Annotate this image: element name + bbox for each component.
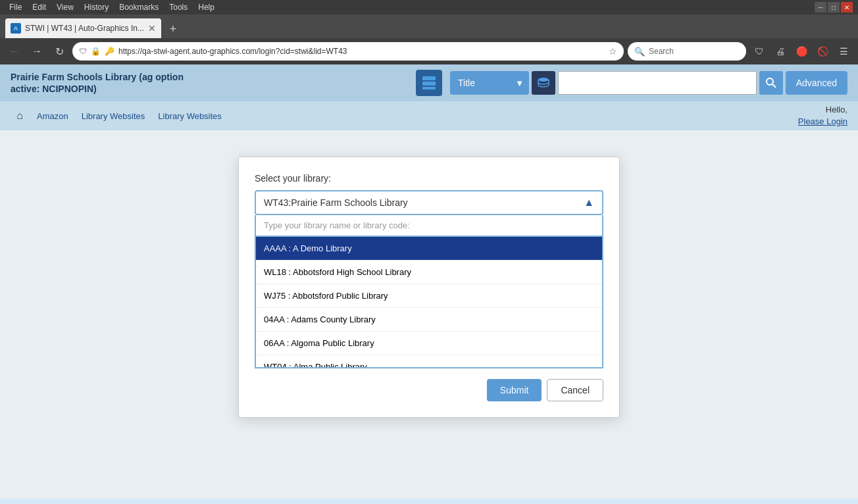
svg-rect-2 — [422, 87, 436, 89]
tab-label: STWI | WT43 | Auto-Graphics In... — [25, 24, 144, 33]
tab-bar: A STWI | WT43 | Auto-Graphics In... ✕ + — [0, 14, 858, 38]
addon-icon[interactable]: 🛑 — [792, 42, 811, 61]
menu-view[interactable]: View — [53, 1, 78, 13]
select-library-label: Select your library: — [255, 173, 603, 184]
svg-rect-0 — [422, 76, 436, 80]
submit-button[interactable]: Submit — [487, 379, 542, 401]
main-content: Select your library: WT43:Prairie Farm S… — [0, 130, 858, 499]
browser-search-wrap[interactable]: 🔍 Search — [628, 42, 746, 61]
minimize-button[interactable]: ─ — [815, 2, 826, 13]
library-select-display[interactable]: WT43:Prairie Farm Schools Library ▲ — [255, 190, 603, 215]
hello-section: Hello, Please Login — [798, 104, 847, 128]
nav-link-library-websites-1[interactable]: Library Websites — [76, 109, 151, 124]
library-dropdown-list: AAAA : A Demo Library WL18 : Abbotsford … — [255, 237, 603, 368]
new-tab-button[interactable]: + — [164, 20, 182, 38]
select-library-modal: Select your library: WT43:Prairie Farm S… — [238, 157, 620, 418]
hello-greeting: Hello, — [798, 104, 847, 116]
key-icon: 🔑 — [105, 47, 114, 56]
bookmark-star-icon[interactable]: ☆ — [609, 46, 617, 57]
search-type-select[interactable]: Title — [450, 71, 529, 95]
tab-favicon: A — [11, 23, 21, 34]
shield-toolbar-icon[interactable]: 🛡 — [750, 42, 769, 61]
menu-tools[interactable]: Tools — [165, 1, 191, 13]
svg-point-3 — [538, 78, 549, 82]
chevron-up-icon: ▲ — [584, 197, 594, 209]
browser-search-placeholder: Search — [649, 47, 674, 56]
search-type-select-wrap: Title ▼ — [450, 71, 529, 95]
nav-link-amazon[interactable]: Amazon — [32, 109, 74, 124]
library-option-wt04[interactable]: WT04 : Alma Public Library — [256, 355, 602, 368]
menu-icon[interactable]: ☰ — [834, 42, 853, 61]
block-icon[interactable]: 🚫 — [813, 42, 832, 61]
menu-history[interactable]: History — [80, 1, 113, 13]
modal-overlay: Select your library: WT43:Prairie Farm S… — [11, 157, 847, 418]
home-icon[interactable]: ⌂ — [11, 107, 29, 125]
address-bar: ← → ↻ 🛡 🔒 🔑 https://qa-stwi-agent.auto-g… — [0, 38, 858, 64]
search-input[interactable] — [558, 71, 757, 95]
window-controls: ─ □ ✕ — [815, 2, 853, 13]
tab-close-button[interactable]: ✕ — [148, 23, 156, 34]
svg-line-5 — [772, 84, 776, 88]
library-search-input[interactable] — [255, 215, 603, 237]
search-button[interactable] — [759, 71, 783, 95]
cancel-button[interactable]: Cancel — [547, 379, 603, 401]
search-icon: 🔍 — [634, 47, 645, 57]
logo-icon — [416, 70, 442, 96]
reload-button[interactable]: ↻ — [50, 42, 68, 61]
active-tab[interactable]: A STWI | WT43 | Auto-Graphics In... ✕ — [5, 18, 161, 38]
menu-file[interactable]: File — [5, 1, 26, 13]
lock-icon: 🔒 — [91, 47, 101, 56]
menu-bookmarks[interactable]: Bookmarks — [115, 1, 163, 13]
security-icon: 🛡 — [79, 47, 87, 56]
library-option-aaaa[interactable]: AAAA : A Demo Library — [256, 237, 602, 261]
site-header: Prairie Farm Schools Library (ag optiona… — [0, 64, 858, 101]
svg-rect-1 — [422, 82, 436, 86]
selected-library-value: WT43:Prairie Farm Schools Library — [264, 197, 408, 208]
menu-help[interactable]: Help — [194, 1, 218, 13]
title-bar: File Edit View History Bookmarks Tools H… — [0, 0, 858, 14]
url-display[interactable]: https://qa-stwi-agent.auto-graphics.com/… — [118, 47, 605, 56]
svg-point-4 — [767, 78, 773, 85]
close-button[interactable]: ✕ — [841, 2, 853, 13]
nav-link-library-websites-2[interactable]: Library Websites — [153, 109, 227, 124]
library-option-04aa[interactable]: 04AA : Adams County Library — [256, 308, 602, 332]
library-option-wj75[interactable]: WJ75 : Abbotsford Public Library — [256, 284, 602, 308]
nav-bar: ⌂ Amazon Library Websites Library Websit… — [0, 101, 858, 130]
menu-bar: File Edit View History Bookmarks Tools H… — [5, 1, 218, 13]
library-option-wl18[interactable]: WL18 : Abbotsford High School Library — [256, 261, 602, 284]
search-bar: Title ▼ Advanced — [450, 71, 847, 95]
address-bar-input-wrap[interactable]: 🛡 🔒 🔑 https://qa-stwi-agent.auto-graphic… — [72, 42, 624, 61]
page-content: Prairie Farm Schools Library (ag optiona… — [0, 64, 858, 504]
maximize-button[interactable]: □ — [828, 2, 840, 13]
print-icon[interactable]: 🖨 — [771, 42, 790, 61]
back-button[interactable]: ← — [5, 42, 24, 61]
database-icon — [532, 71, 555, 95]
menu-edit[interactable]: Edit — [28, 1, 50, 13]
please-login[interactable]: Please Login — [798, 116, 847, 128]
toolbar-icons: 🛡 🖨 🛑 🚫 ☰ — [750, 42, 853, 61]
library-name: Prairie Farm Schools Library (ag optiona… — [11, 71, 408, 95]
modal-footer: Submit Cancel — [255, 379, 603, 401]
advanced-button[interactable]: Advanced — [786, 71, 847, 95]
forward-button[interactable]: → — [28, 42, 46, 61]
library-option-06aa[interactable]: 06AA : Algoma Public Library — [256, 332, 602, 355]
